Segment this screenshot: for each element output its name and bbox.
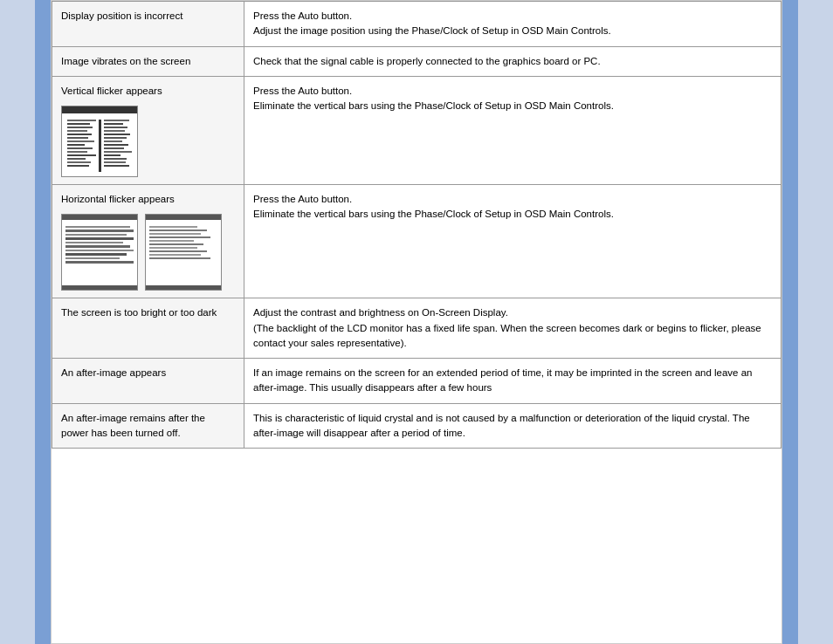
- content-area: Display position is incorrect Press the …: [51, 0, 782, 644]
- hf-bar: [65, 250, 134, 251]
- vf-bar: [104, 144, 129, 146]
- vf-bar: [67, 127, 93, 128]
- vertical-flicker-screen: [61, 106, 138, 177]
- table-row: Image vibrates on the screen Check that …: [52, 46, 781, 76]
- problem-cell: An after-image appears: [52, 359, 244, 404]
- vf-bar: [104, 154, 121, 156]
- troubleshooting-table: Display position is incorrect Press the …: [52, 1, 781, 449]
- problem-text: An after-image appears: [61, 367, 166, 378]
- vf-bar: [67, 120, 96, 121]
- solution-cell: Check that the signal cable is properly …: [244, 46, 781, 76]
- hf-bar: [149, 250, 207, 252]
- table-row: Vertical flicker appears: [52, 76, 781, 184]
- problem-cell: Image vibrates on the screen: [52, 46, 244, 76]
- vf-bar: [104, 120, 129, 121]
- hf-content-1: [62, 223, 137, 267]
- vf-bar: [67, 147, 93, 149]
- vf-bar: [67, 154, 96, 156]
- solution-cell: Press the Auto button.Eliminate the vert…: [244, 76, 781, 184]
- hf-bar: [65, 253, 127, 256]
- hf-bar: [149, 254, 201, 256]
- vf-bar: [104, 127, 128, 128]
- vf-bar: [104, 137, 127, 139]
- solution-cell: Adjust the contrast and brightness on On…: [244, 298, 781, 359]
- problem-text: Vertical flicker appears: [61, 84, 235, 99]
- vf-bar: [67, 158, 86, 160]
- vf-bar: [104, 140, 122, 142]
- hf-bar: [65, 245, 130, 248]
- hf-bar: [65, 226, 130, 228]
- solution-cell: If an image remains on the screen for an…: [244, 359, 781, 404]
- problem-cell: Display position is incorrect: [52, 2, 244, 47]
- hf-bar: [149, 243, 203, 245]
- vf-bar: [104, 158, 127, 160]
- vf-bar: [67, 161, 91, 163]
- vf-right: [104, 120, 133, 172]
- hf-bar: [149, 247, 197, 249]
- left-sidebar: [0, 0, 35, 644]
- screen-header-hf: [62, 215, 137, 220]
- vf-left: [67, 120, 96, 172]
- left-blue-bar: [35, 0, 51, 644]
- hf-content-2: [146, 223, 221, 263]
- table-row: Horizontal flicker appears: [52, 185, 781, 298]
- solution-cell: Press the Auto button.Adjust the image p…: [244, 2, 781, 47]
- problem-text: Display position is incorrect: [61, 10, 182, 21]
- right-sidebar: [798, 0, 833, 644]
- solution-text: Check that the signal cable is properly …: [253, 56, 601, 66]
- solution-text: This is characteristic of liquid crystal…: [253, 413, 750, 438]
- solution-text: Adjust the contrast and brightness on On…: [253, 307, 761, 348]
- problem-text: The screen is too bright or too dark: [61, 307, 217, 318]
- vf-bar: [104, 151, 133, 153]
- vf-separator: [99, 120, 101, 172]
- hf-bar: [65, 257, 120, 259]
- vf-bar: [104, 134, 131, 135]
- solution-text: Press the Auto button.Eliminate the vert…: [253, 194, 614, 219]
- table-row: An after-image remains after the power h…: [52, 403, 781, 449]
- screen-footer-hf2: [146, 285, 221, 290]
- table-row: The screen is too bright or too dark Adj…: [52, 298, 781, 359]
- problem-cell: An after-image remains after the power h…: [52, 403, 244, 449]
- hf-bar: [65, 261, 134, 264]
- vf-bar: [67, 130, 87, 132]
- right-blue-bar: [782, 0, 798, 644]
- hf-bar: [65, 237, 134, 240]
- problem-cell: Horizontal flicker appears: [52, 185, 244, 298]
- hf-screen-1: [61, 214, 138, 291]
- vertical-flicker-image: [61, 106, 235, 177]
- hf-bar: [149, 230, 207, 231]
- vf-bar: [67, 123, 90, 125]
- hf-bar: [149, 226, 197, 228]
- hf-bar: [65, 230, 134, 232]
- hf-bar: [149, 257, 210, 259]
- table-row: An after-image appears If an image remai…: [52, 359, 781, 404]
- solution-cell: This is characteristic of liquid crystal…: [244, 403, 781, 449]
- solution-text: Press the Auto button.Eliminate the vert…: [253, 86, 614, 111]
- hf-bar: [65, 242, 123, 243]
- screen-footer-hf: [62, 285, 137, 290]
- solution-text: If an image remains on the screen for an…: [253, 367, 753, 393]
- screen-header: [62, 106, 137, 113]
- vf-bar: [67, 134, 92, 135]
- vf-content: [62, 116, 137, 175]
- solution-cell: Press the Auto button.Eliminate the vert…: [244, 185, 781, 298]
- hf-bar: [149, 236, 210, 238]
- vf-bar: [67, 137, 88, 139]
- problem-text: Horizontal flicker appears: [61, 192, 235, 207]
- vf-bar: [67, 151, 87, 153]
- problem-cell: The screen is too bright or too dark: [52, 298, 244, 359]
- vf-bar: [104, 130, 125, 132]
- screen-header-hf2: [146, 215, 221, 220]
- hf-screen-2: [145, 214, 222, 291]
- vf-bar: [104, 165, 130, 167]
- problem-text: Image vibrates on the screen: [61, 56, 190, 66]
- solution-text: Press the Auto button.Adjust the image p…: [253, 10, 611, 36]
- vf-bar: [104, 147, 124, 149]
- hf-bar: [65, 234, 127, 236]
- table-row: Display position is incorrect Press the …: [52, 2, 781, 47]
- vf-bar: [104, 123, 124, 125]
- problem-cell: Vertical flicker appears: [52, 76, 244, 184]
- hf-bar: [149, 240, 194, 242]
- problem-text: An after-image remains after the power h…: [61, 413, 205, 438]
- vf-bar: [67, 165, 89, 167]
